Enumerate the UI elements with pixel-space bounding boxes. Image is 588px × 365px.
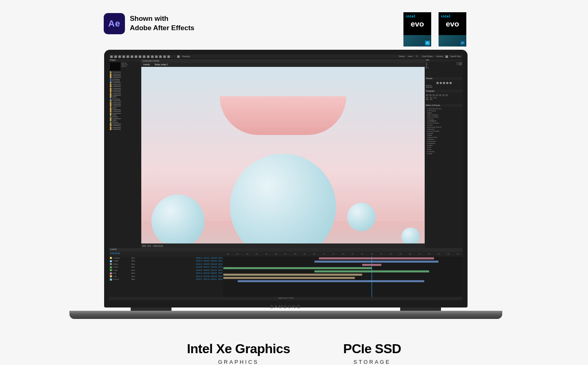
effect-category[interactable]: ▸ Utility [426,153,462,155]
pan-behind-tool-icon[interactable] [135,55,137,58]
pen-tool-icon[interactable] [143,55,145,58]
bowl-shape [220,96,346,135]
gpu-title: Intel Xe Graphics [187,341,290,356]
project-item[interactable]: Composition [109,128,141,130]
last-frame-icon[interactable] [450,82,452,84]
right-panels: Info R:X: 2300 G:Y: 1342 B: A: 0 Preview [425,59,463,248]
evo-label: evo [446,20,459,29]
workspace-more[interactable]: S... [415,55,419,58]
after-effects-app: Snapping Default Learn S... Small Screen… [109,55,463,300]
intel-evo-i5-badge: intel evo i5 [403,12,431,46]
timeline-layer-row[interactable]: 5LeafNone0;00;04;050;00;08;000;00;04;071… [109,269,223,272]
ssd-subtitle: STORAGE [343,359,401,365]
comp-tab-butterfly[interactable]: butterfly [142,64,151,66]
workspace-default[interactable]: Default [398,55,405,58]
resolution-select[interactable]: Full [147,245,151,247]
align-right-icon[interactable] [432,94,435,96]
footer-timecode: 0;00;15;23 [153,245,163,247]
timeline-layer-row[interactable]: 7cityNone0;00;02;140;00;07;080;00;04;061… [109,275,223,278]
laptop-mockup: Snapping Default Learn S... Small Screen… [69,50,502,319]
intel-evo-i7-badge: intel evo i7 [439,12,466,46]
zoom-level[interactable]: 25% [142,245,146,247]
i5-label: i5 [425,41,430,45]
timeline-layer-row[interactable]: 4forestNone0;00;00;000;00;05;170;00;04;0… [109,266,223,269]
home-icon[interactable] [110,55,113,58]
info-panel: R:X: 2300 G:Y: 1342 B: A: 0 [425,62,463,77]
shown-with-line1: Shown with [130,14,194,24]
align-center-icon[interactable] [429,94,432,96]
shown-with-line2: Adobe After Effects [130,24,194,33]
snapping-checkbox[interactable] [177,55,180,58]
workspace-small-screen[interactable]: Small Screen [421,55,434,58]
eraser-tool-icon[interactable] [159,55,162,58]
timeline-ruler[interactable]: 01s02s03s04s05s06s07s08s09s10s11s12s13s1… [223,252,463,257]
spec-storage: PCIe SSD STORAGE [343,341,401,365]
timeline-layer-row[interactable]: 8city_allNone0;00;02;110;00;07;200;00;03… [109,278,223,281]
composition-viewer[interactable] [141,67,425,243]
toggle-switches-button[interactable]: Toggle Switches / Modes [109,297,463,300]
sphere-shape [347,203,376,231]
composition-panel: Composition butterfly butterfly Badge_ba… [141,59,425,248]
clone-tool-icon[interactable] [155,55,158,58]
justify-center-icon[interactable] [439,94,441,96]
effects-panel-header: Effects & Presets [425,104,463,107]
preview-panel-header: Preview [425,77,463,80]
puppet-tool-icon[interactable] [167,55,170,58]
timeline-layer-row[interactable]: 2Light 1None0;00;00;120;00;04;040;00;03;… [109,260,223,263]
first-frame-icon[interactable] [437,82,439,84]
app-toolbar[interactable]: Snapping Default Learn S... Small Screen… [109,55,463,59]
preview-panel: Shortcut Spacebar [425,80,463,90]
play-icon[interactable] [443,82,445,84]
ae-icon: Ae [104,13,125,34]
effects-panel[interactable]: ▸ * Animation Presets▸ 3D Channel▸ Audio… [425,107,463,248]
timeline-layer-row[interactable]: 6bgNone0;00;01;140;00;04;200;00;04;07100… [109,272,223,275]
search-input[interactable]: Search Help [450,55,461,58]
indent-first[interactable]: 0 px [434,97,437,99]
shortcut-value[interactable]: Spacebar [426,86,462,88]
project-clip-meta: 1920 x 10... 0;00;09... [121,64,129,67]
viewer-footer[interactable]: 25% Full 0;00;15;23 [141,244,425,248]
selection-tool-icon[interactable] [114,55,117,58]
prev-frame-icon[interactable] [440,82,442,84]
align-left-icon[interactable] [426,94,428,96]
justify-right-icon[interactable] [442,94,445,96]
timeline-tab[interactable]: butterfly [110,248,117,250]
workspace-libraries[interactable]: Libraries [435,55,444,58]
timeline-timecode[interactable]: 0;00;15;24 [109,252,223,257]
timeline-tracks[interactable] [223,257,463,297]
space-after[interactable]: 0 px [430,99,433,100]
justify-left-icon[interactable] [436,94,438,96]
next-frame-icon[interactable] [446,82,448,84]
timeline-layer-row[interactable]: 1butterflyNone0;00;00;140;00;04;120;00;0… [109,257,223,260]
space-before[interactable]: 0 px [426,99,429,100]
project-panel[interactable]: Project butterfly 1920 x 10... 0;00;09..… [109,59,141,248]
timeline-layer-list[interactable]: 1butterflyNone0;00;00;140;00;04;120;00;0… [109,257,223,297]
intel-label: intel [406,14,416,18]
text-tool-icon[interactable] [147,55,149,58]
spec-graphics: Intel Xe Graphics GRAPHICS [187,341,290,365]
justify-all-icon[interactable] [445,94,448,96]
paragraph-panel: 0 px 0 px 0 px 0 px 0 px [425,93,463,104]
paragraph-panel-header: Paragraph [425,90,463,93]
snapping-label: Snapping [181,55,191,58]
laptop-brand: SAMSUNG [270,304,302,309]
info-y: Y: 1342 [457,64,462,66]
camera-tool-icon[interactable] [131,55,133,58]
gpu-subtitle: GRAPHICS [187,359,290,365]
brush-tool-icon[interactable] [151,55,154,58]
playhead[interactable] [372,257,372,297]
roto-tool-icon[interactable] [163,55,166,58]
timeline-layer-row[interactable]: 3BlackNone0;00;01;140;00;06;080;00;04;00… [109,263,223,266]
sphere-shape [230,154,336,243]
timeline-panel[interactable]: butterfly 0;00;15;24 01s02s03s04s05s06s0… [109,248,463,300]
comp-panel-label: Composition butterfly [142,60,159,62]
search-icon[interactable] [445,55,448,58]
rotate-tool-icon[interactable] [127,55,129,58]
zoom-tool-icon[interactable] [122,55,125,58]
hand-tool-icon[interactable] [118,55,121,58]
project-items-list[interactable]: CompositionCompositionCompositionComposi… [109,71,141,248]
comp-tab-badge[interactable]: Badge_badge 2 [154,64,169,66]
workspace-learn[interactable]: Learn [407,55,414,58]
shape-tool-icon[interactable] [139,55,141,58]
evo-label: evo [411,20,424,29]
